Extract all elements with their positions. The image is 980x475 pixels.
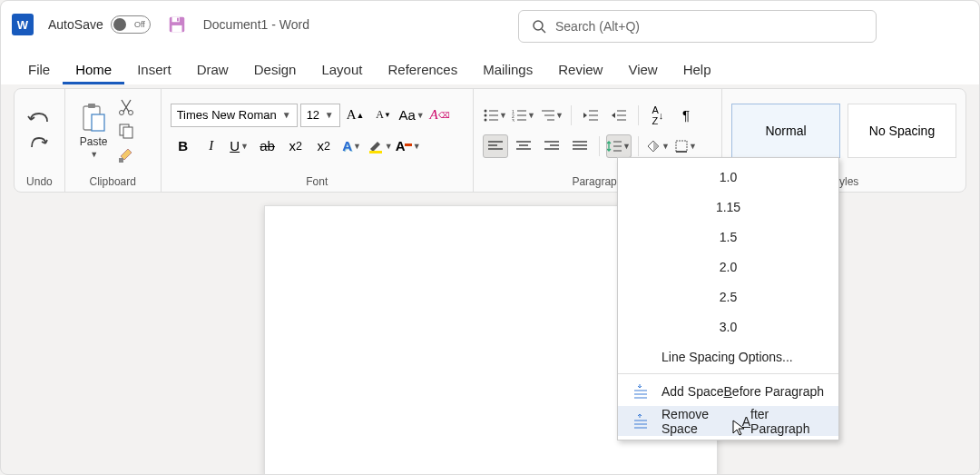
tab-references[interactable]: References (375, 54, 470, 84)
text-effects-icon[interactable]: A▼ (339, 134, 365, 158)
svg-point-16 (484, 114, 486, 116)
svg-text:3: 3 (512, 118, 514, 122)
increase-indent-icon[interactable] (606, 104, 632, 127)
remove-space-after[interactable]: Remove Space After Paragraph (618, 406, 838, 436)
search-icon (532, 19, 546, 34)
tab-home[interactable]: Home (63, 54, 124, 84)
svg-rect-8 (92, 114, 104, 131)
align-center-icon[interactable] (511, 134, 536, 158)
svg-point-9 (119, 110, 123, 114)
titlebar: W AutoSave Off Document1 - Word Search (… (1, 1, 979, 48)
grow-font-icon[interactable]: A▲ (343, 104, 368, 127)
add-space-before[interactable]: Add Space Before Paragraph (618, 376, 838, 406)
search-placeholder: Search (Alt+Q) (555, 19, 640, 34)
svg-rect-7 (88, 104, 95, 108)
word-app-icon: W (12, 14, 34, 35)
show-marks-icon[interactable]: ¶ (673, 104, 699, 127)
spacing-option-1.0[interactable]: 1.0 (618, 162, 838, 192)
align-right-icon[interactable] (539, 134, 564, 158)
cut-icon[interactable] (117, 98, 135, 116)
copy-icon[interactable] (117, 122, 135, 140)
line-spacing-menu: 1.01.151.52.02.53.0Line Spacing Options.… (617, 157, 839, 440)
superscript-button[interactable]: x2 (311, 134, 337, 158)
spacing-option-3.0[interactable]: 3.0 (618, 312, 838, 341)
italic-button[interactable]: I (199, 134, 224, 158)
tab-insert[interactable]: Insert (124, 54, 184, 84)
shrink-font-icon[interactable]: A▼ (371, 104, 397, 127)
undo-icon[interactable] (27, 111, 51, 129)
bold-button[interactable]: B (171, 134, 196, 158)
paste-button[interactable]: Paste ▼ (74, 101, 113, 161)
highlight-icon[interactable]: ▼ (368, 134, 393, 158)
borders-icon[interactable]: ▼ (673, 134, 699, 158)
numbering-icon[interactable]: 123▼ (511, 104, 536, 127)
svg-rect-2 (172, 25, 181, 32)
strike-button[interactable]: ab (255, 134, 280, 158)
shading-icon[interactable]: ▼ (645, 134, 671, 158)
spacing-option-2.5[interactable]: 2.5 (618, 282, 838, 312)
spacing-option-1.15[interactable]: 1.15 (618, 192, 838, 222)
format-painter-icon[interactable] (117, 145, 135, 163)
font-name-combo[interactable]: Times New Roman▼ (171, 104, 298, 127)
svg-rect-51 (676, 141, 687, 152)
tab-review[interactable]: Review (545, 54, 615, 84)
justify-icon[interactable] (567, 134, 593, 158)
document-title: Document1 - Word (203, 17, 309, 32)
group-label-clipboard: Clipboard (65, 172, 161, 192)
autosave-state: Off (134, 20, 145, 29)
tab-view[interactable]: View (615, 54, 670, 84)
svg-point-17 (484, 118, 486, 121)
svg-point-15 (484, 109, 486, 112)
tab-layout[interactable]: Layout (309, 54, 375, 84)
save-icon[interactable] (167, 15, 187, 35)
line-spacing-options[interactable]: Line Spacing Options... (618, 341, 838, 371)
align-left-icon[interactable] (483, 134, 508, 158)
svg-line-5 (542, 29, 545, 33)
group-label-font: Font (162, 172, 473, 192)
multilevel-icon[interactable]: ▼ (539, 104, 564, 127)
tab-file[interactable]: File (15, 54, 63, 84)
redo-icon[interactable] (29, 134, 49, 151)
menubar: FileHomeInsertDrawDesignLayoutReferences… (1, 48, 979, 84)
tab-design[interactable]: Design (241, 54, 309, 84)
svg-rect-12 (123, 127, 132, 138)
autosave-toggle[interactable]: Off (111, 15, 151, 34)
paste-icon (80, 103, 107, 134)
spacing-option-2.0[interactable]: 2.0 (618, 252, 838, 282)
change-case-icon[interactable]: Aa▼ (399, 104, 425, 127)
style-normal[interactable]: Normal (731, 104, 840, 158)
svg-point-4 (534, 21, 543, 30)
sort-icon[interactable]: AZ↓ (645, 104, 671, 127)
svg-rect-13 (119, 158, 123, 163)
font-color-icon[interactable]: A▼ (396, 134, 421, 158)
decrease-indent-icon[interactable] (578, 104, 603, 127)
spacing-option-1.5[interactable]: 1.5 (618, 222, 838, 252)
search-input[interactable]: Search (Alt+Q) (518, 10, 877, 43)
bullets-icon[interactable]: ▼ (483, 104, 508, 127)
style-no-spacing[interactable]: No Spacing (848, 104, 956, 158)
svg-rect-14 (369, 151, 382, 153)
tab-mailings[interactable]: Mailings (470, 54, 545, 84)
clear-format-icon[interactable]: A⌫ (427, 104, 453, 127)
subscript-button[interactable]: x2 (283, 134, 309, 158)
tab-draw[interactable]: Draw (184, 54, 241, 84)
tab-help[interactable]: Help (671, 54, 724, 84)
font-size-combo[interactable]: 12▼ (300, 104, 340, 127)
group-label-undo: Undo (15, 172, 64, 192)
svg-point-10 (128, 110, 132, 114)
line-spacing-button[interactable]: ▼ (606, 134, 632, 158)
svg-rect-3 (177, 18, 179, 22)
autosave-label: AutoSave (48, 17, 103, 32)
underline-button[interactable]: U▼ (227, 134, 252, 158)
